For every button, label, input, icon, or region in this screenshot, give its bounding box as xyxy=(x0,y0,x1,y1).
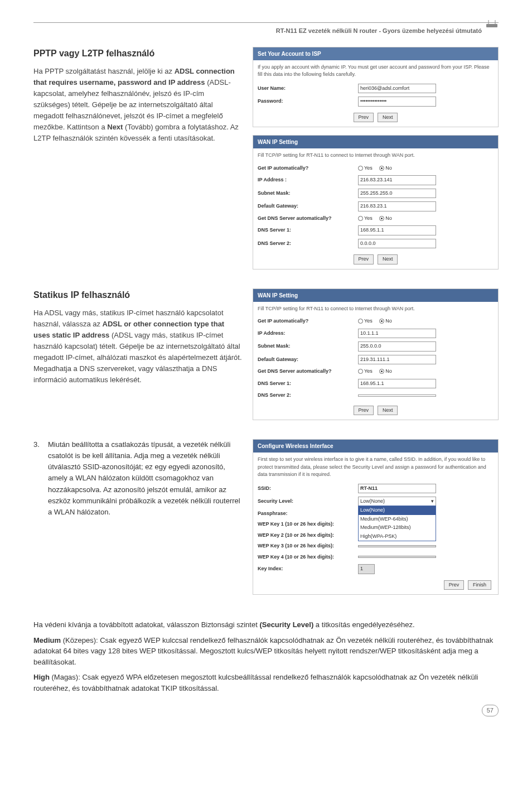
static-heading: Statikus IP felhasználó xyxy=(33,288,243,302)
username-input[interactable]: heri036@adsl.comfort xyxy=(358,84,436,94)
wan1-dns2-input[interactable]: 0.0.0.0 xyxy=(358,239,436,249)
wan1-dns1-label: DNS Server 1: xyxy=(258,227,358,234)
wan1-autodns-yes[interactable]: Yes xyxy=(358,215,373,223)
seclevel-opt-low[interactable]: Low(None) xyxy=(359,506,436,515)
wan1-autodns-label: Get DNS Server automatically? xyxy=(258,215,358,223)
username-label: User Name: xyxy=(258,85,358,93)
wan2-mask-input[interactable]: 255.0.0.0 xyxy=(358,341,436,352)
panel-wan1-header: WAN IP Setting xyxy=(253,136,498,148)
wan1-gw-label: Default Gateway: xyxy=(258,203,358,210)
keyidx-label: Key Index: xyxy=(258,565,358,573)
header-title: RT-N11 EZ vezeték nélküli N router - Gyo… xyxy=(33,26,499,36)
passphrase-label: Passphrase: xyxy=(258,510,358,518)
bottom-p3: High (Magas): Csak egyező WPA előzetesen… xyxy=(33,672,499,694)
panel-isp-desc: If you apply an account with dynamic IP.… xyxy=(253,60,498,82)
seclevel-label: Security Level: xyxy=(258,498,358,506)
chevron-down-icon: ▾ xyxy=(431,498,434,506)
wan1-autodns-no[interactable]: No xyxy=(379,215,392,223)
pptp-body: Ha PPTP szolgáltatást használ, jelölje k… xyxy=(33,66,243,145)
wan2-dns1-input[interactable]: 168.95.1.1 xyxy=(358,379,436,389)
wan1-autoip-no[interactable]: No xyxy=(379,165,392,172)
panel-wan2-desc: Fill TCP/IP setting for RT-N11 to connec… xyxy=(253,302,498,316)
section-item3: 3. Miután beállította a csatlakozás típu… xyxy=(33,439,499,603)
password-label: Password: xyxy=(258,98,358,105)
wan1-next-button[interactable]: Next xyxy=(378,254,398,264)
ssid-label: SSID: xyxy=(258,485,358,493)
wan1-dns1-input[interactable]: 168.95.1.1 xyxy=(358,225,436,235)
isp-next-button[interactable]: Next xyxy=(378,113,398,123)
password-input[interactable]: ••••••••••••••• xyxy=(358,97,436,107)
router-icon xyxy=(485,16,499,30)
wan1-ip-label: IP Address : xyxy=(258,176,358,184)
wan1-dns2-label: DNS Server 2: xyxy=(258,240,358,248)
bottom-p1: Ha védeni kívánja a továbbított adatokat… xyxy=(33,619,499,630)
wan1-mask-label: Subnet Mask: xyxy=(258,190,358,198)
wan2-gw-label: Default Gateway: xyxy=(258,356,358,364)
item3-text: Miután beállította a csatlakozás típusát… xyxy=(48,439,243,518)
wan2-dns2-label: DNS Server 2: xyxy=(258,392,358,399)
item3-num: 3. xyxy=(33,439,43,518)
wan1-autoip-yes[interactable]: Yes xyxy=(358,165,373,172)
wan2-ip-label: IP Address: xyxy=(258,330,358,338)
seclevel-select[interactable]: Low(None) ▾ xyxy=(358,497,436,507)
header-divider xyxy=(33,22,499,23)
wep1-label: WEP Key 1 (10 or 26 hex digits): xyxy=(258,521,358,528)
seclevel-dropdown: Low(None) Medium(WEP-64bits) Medium(WEP-… xyxy=(358,506,436,541)
panel-wan1: WAN IP Setting Fill TCP/IP setting for R… xyxy=(253,135,499,269)
svg-rect-0 xyxy=(486,24,497,27)
wan2-autoip-label: Get IP automatically? xyxy=(258,317,358,325)
wan1-ip-input[interactable]: 216.83.23.141 xyxy=(358,175,436,185)
wep3-input[interactable] xyxy=(358,545,436,547)
bottom-p2: Medium (Közepes): Csak egyező WEP kulccs… xyxy=(33,635,499,668)
panel-wireless-desc: First step to set your wireless interfac… xyxy=(253,453,498,482)
wan2-ip-input[interactable]: 10.1.1.1 xyxy=(358,329,436,339)
wan1-gw-input[interactable]: 216.83.23.1 xyxy=(358,201,436,211)
wan2-autodns-no[interactable]: No xyxy=(379,368,392,376)
panel-wireless-header: Configure Wireless Interface xyxy=(253,440,498,453)
wan2-next-button[interactable]: Next xyxy=(378,406,398,416)
seclevel-opt-high[interactable]: High(WPA-PSK) xyxy=(359,532,436,541)
wan1-prev-button[interactable]: Prev xyxy=(354,254,374,264)
page-number: 57 xyxy=(482,705,499,716)
keyidx-input[interactable]: 1 xyxy=(358,564,375,574)
wan2-dns1-label: DNS Server 1: xyxy=(258,380,358,388)
wep2-label: WEP Key 2 (10 or 26 hex digits): xyxy=(258,532,358,540)
wep3-label: WEP Key 3 (10 or 26 hex digits): xyxy=(258,542,358,550)
pptp-heading: PPTP vagy L2TP felhasználó xyxy=(33,47,243,60)
wan2-gw-input[interactable]: 219.31.111.1 xyxy=(358,355,436,365)
wan2-mask-label: Subnet Mask: xyxy=(258,343,358,350)
panel-wan1-desc: Fill TCP/IP setting for RT-N11 to connec… xyxy=(253,148,498,163)
static-body: Ha ADSL vagy más, statikus IP-címet hasz… xyxy=(33,307,243,386)
seclevel-opt-med64[interactable]: Medium(WEP-64bits) xyxy=(359,515,436,524)
panel-wireless: Configure Wireless Interface First step … xyxy=(253,439,499,595)
wan2-autodns-label: Get DNS Server automatically? xyxy=(258,368,358,376)
seclevel-opt-med128[interactable]: Medium(WEP-128bits) xyxy=(359,523,436,532)
wireless-finish-button[interactable]: Finish xyxy=(468,580,491,590)
section-pptp: PPTP vagy L2TP felhasználó Ha PPTP szolg… xyxy=(33,47,499,277)
wan1-autoip-label: Get IP automatically? xyxy=(258,165,358,172)
panel-wan2-header: WAN IP Setting xyxy=(253,289,498,302)
wep4-label: WEP Key 4 (10 or 26 hex digits): xyxy=(258,553,358,561)
wep4-input[interactable] xyxy=(358,556,436,558)
wan1-mask-input[interactable]: 255.255.255.0 xyxy=(358,189,436,199)
wan2-autodns-yes[interactable]: Yes xyxy=(358,368,373,376)
wireless-prev-button[interactable]: Prev xyxy=(444,580,465,590)
wan2-autoip-no[interactable]: No xyxy=(379,317,392,325)
panel-wan2: WAN IP Setting Fill TCP/IP setting for R… xyxy=(253,288,499,421)
wan2-prev-button[interactable]: Prev xyxy=(354,406,374,416)
panel-isp: Set Your Account to ISP If you apply an … xyxy=(253,47,499,128)
ssid-input[interactable]: RT-N11 xyxy=(358,484,436,494)
wan2-autoip-yes[interactable]: Yes xyxy=(358,317,373,325)
isp-prev-button[interactable]: Prev xyxy=(354,113,374,123)
wan2-dns2-input[interactable] xyxy=(358,394,436,397)
bottom-section: Ha védeni kívánja a továbbított adatokat… xyxy=(33,619,499,694)
panel-isp-header: Set Your Account to ISP xyxy=(253,47,498,60)
section-static: Statikus IP felhasználó Ha ADSL vagy más… xyxy=(33,288,499,429)
